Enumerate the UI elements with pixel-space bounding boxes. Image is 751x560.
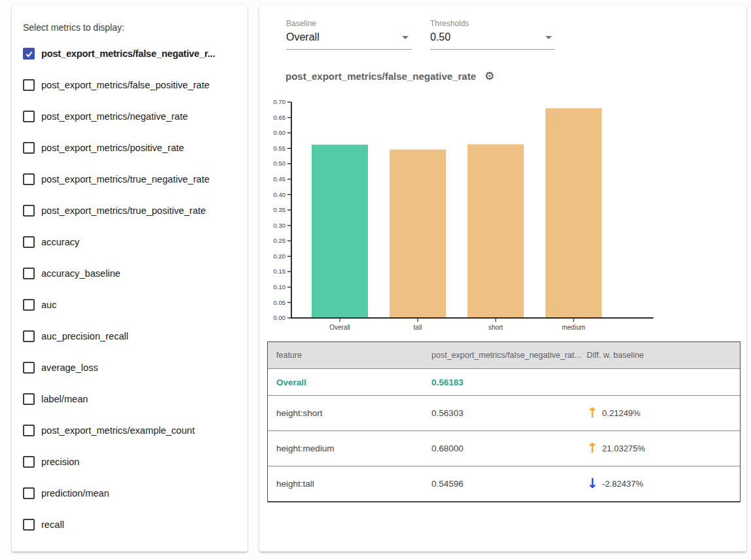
metric-selector-panel: Select metrics to display: post_export_m… xyxy=(12,5,247,551)
feature-cell: height:tall xyxy=(268,479,431,489)
y-axis-tick-label: 0.35 xyxy=(274,206,286,213)
metric-value-cell: 0.56303 xyxy=(431,408,587,418)
metric-row[interactable]: recall xyxy=(23,509,246,540)
metric-label: recall xyxy=(41,519,64,530)
gear-icon[interactable]: ⚙ xyxy=(485,71,494,82)
checkbox-unchecked[interactable] xyxy=(23,487,35,499)
metric-label: post_export_metrics/false_positive_rate xyxy=(41,80,210,90)
checkbox-unchecked[interactable] xyxy=(23,519,35,531)
checkbox-unchecked[interactable] xyxy=(23,142,35,154)
metric-row[interactable]: post_export_metrics/true_negative_rate xyxy=(23,164,246,195)
metric-row[interactable]: precision xyxy=(23,446,246,478)
checkbox-unchecked[interactable] xyxy=(23,393,35,405)
down-arrow-icon: ↓ xyxy=(587,477,598,491)
metric-label: accuracy_baseline xyxy=(41,268,120,279)
thresholds-select[interactable]: Thresholds 0.50 xyxy=(430,19,555,50)
y-axis-tick-label: 0.65 xyxy=(274,114,286,121)
metric-value-cell: 0.54596 xyxy=(431,479,587,489)
y-axis-tick-label: 0.30 xyxy=(274,222,286,229)
metric-label: post_export_metrics/example_count xyxy=(41,425,194,436)
y-axis-tick-label: 0.25 xyxy=(274,237,286,244)
metric-label: post_export_metrics/true_negative_rate xyxy=(41,174,210,184)
table-row: height:short0.56303↑0.21249% xyxy=(268,395,740,430)
dropdown-arrow-icon xyxy=(402,36,409,39)
metric-results-panel: Baseline Overall Thresholds 0.50 post_ex… xyxy=(259,5,746,551)
y-axis-tick-label: 0.55 xyxy=(274,145,286,152)
bar-short[interactable] xyxy=(467,145,524,318)
diff-value: 0.21249% xyxy=(602,408,641,418)
baseline-select[interactable]: Baseline Overall xyxy=(286,19,412,50)
y-axis-tick-label: 0.05 xyxy=(274,299,286,306)
x-axis-tick-label: Overall xyxy=(329,324,350,331)
metric-label: post_export_metrics/true_positive_rate xyxy=(41,205,206,216)
feature-cell: height:medium xyxy=(268,444,431,453)
checkbox-unchecked[interactable] xyxy=(23,362,35,374)
up-arrow-icon: ↑ xyxy=(587,406,598,420)
column-header-metric: post_export_metrics/false_negative_rat..… xyxy=(431,351,587,360)
y-axis-tick-label: 0.15 xyxy=(274,268,286,275)
feature-cell: height:short xyxy=(268,408,431,418)
metric-row[interactable]: prediction/mean xyxy=(23,478,246,509)
metric-label: average_loss xyxy=(41,362,98,373)
metric-row[interactable]: label/mean xyxy=(23,383,246,415)
column-header-diff: Diff. w. baseline xyxy=(587,351,740,360)
metric-label: precision xyxy=(41,457,79,467)
chart-title: post_export_metrics/false_negative_rate xyxy=(285,71,476,82)
metric-row[interactable]: auc xyxy=(23,289,246,321)
metric-selector-title: Select metrics to display: xyxy=(23,22,124,33)
metric-row[interactable]: post_export_metrics/positive_rate xyxy=(23,132,246,164)
bar-tall[interactable] xyxy=(390,150,446,318)
dropdown-arrow-icon xyxy=(545,36,552,39)
checkbox-unchecked[interactable] xyxy=(23,268,35,279)
metric-value-cell: 0.68000 xyxy=(431,444,587,453)
x-axis-tick-label: short xyxy=(488,324,503,331)
metric-row[interactable]: auc_precision_recall xyxy=(23,321,246,352)
checkbox-unchecked[interactable] xyxy=(23,456,35,468)
y-axis-tick-label: 0.20 xyxy=(274,253,286,260)
checkbox-unchecked[interactable] xyxy=(23,79,35,91)
metric-list: post_export_metrics/false_negative_r...p… xyxy=(23,38,246,540)
metric-label: prediction/mean xyxy=(41,488,109,499)
bar-medium[interactable] xyxy=(545,108,602,318)
metric-label: post_export_metrics/false_negative_r... xyxy=(41,48,215,59)
table-row: height:tall0.54596↓-2.82437% xyxy=(268,466,740,501)
metric-label: accuracy xyxy=(41,237,79,247)
metric-label: auc xyxy=(41,300,57,310)
feature-cell: Overall xyxy=(268,377,431,387)
metric-row[interactable]: accuracy xyxy=(23,226,246,258)
metric-row[interactable]: accuracy_baseline xyxy=(23,258,246,289)
diff-value: -2.82437% xyxy=(602,479,644,489)
checkbox-unchecked[interactable] xyxy=(23,205,35,217)
y-axis-tick-label: 0.40 xyxy=(274,191,286,198)
metric-row[interactable]: average_loss xyxy=(23,352,246,383)
x-axis-tick-label: medium xyxy=(562,324,585,331)
bar-Overall[interactable] xyxy=(312,145,368,318)
checkbox-unchecked[interactable] xyxy=(23,236,35,248)
checkbox-unchecked[interactable] xyxy=(23,425,35,436)
y-axis-tick-label: 0.60 xyxy=(274,129,286,136)
checkbox-unchecked[interactable] xyxy=(23,330,35,342)
thresholds-label: Thresholds xyxy=(430,19,555,28)
metrics-table: feature post_export_metrics/false_negati… xyxy=(267,341,741,502)
y-axis-tick-label: 0.70 xyxy=(274,98,286,105)
y-axis-tick-label: 0.45 xyxy=(274,175,286,183)
checkbox-unchecked[interactable] xyxy=(23,111,35,122)
metric-row[interactable]: post_export_metrics/true_positive_rate xyxy=(23,195,246,226)
baseline-value: Overall xyxy=(286,31,320,43)
metric-value-cell: 0.56183 xyxy=(431,377,587,387)
table-row: Overall0.56183 xyxy=(268,368,740,395)
metric-label: post_export_metrics/negative_rate xyxy=(41,111,188,122)
y-axis-tick-label: 0.00 xyxy=(274,314,286,321)
metric-row[interactable]: post_export_metrics/example_count xyxy=(23,415,246,446)
bar-chart: 0.000.050.100.150.200.250.300.350.400.45… xyxy=(259,92,746,339)
metric-row[interactable]: post_export_metrics/false_negative_r... xyxy=(23,38,246,69)
baseline-label: Baseline xyxy=(286,19,412,28)
diff-cell: ↑0.21249% xyxy=(587,406,740,420)
metric-row[interactable]: post_export_metrics/false_positive_rate xyxy=(23,69,246,101)
checkbox-checked[interactable] xyxy=(23,48,35,60)
diff-cell: ↓-2.82437% xyxy=(587,477,740,491)
table-header-row: feature post_export_metrics/false_negati… xyxy=(268,342,740,368)
checkbox-unchecked[interactable] xyxy=(23,173,35,185)
metric-row[interactable]: post_export_metrics/negative_rate xyxy=(23,101,246,132)
checkbox-unchecked[interactable] xyxy=(23,299,35,311)
